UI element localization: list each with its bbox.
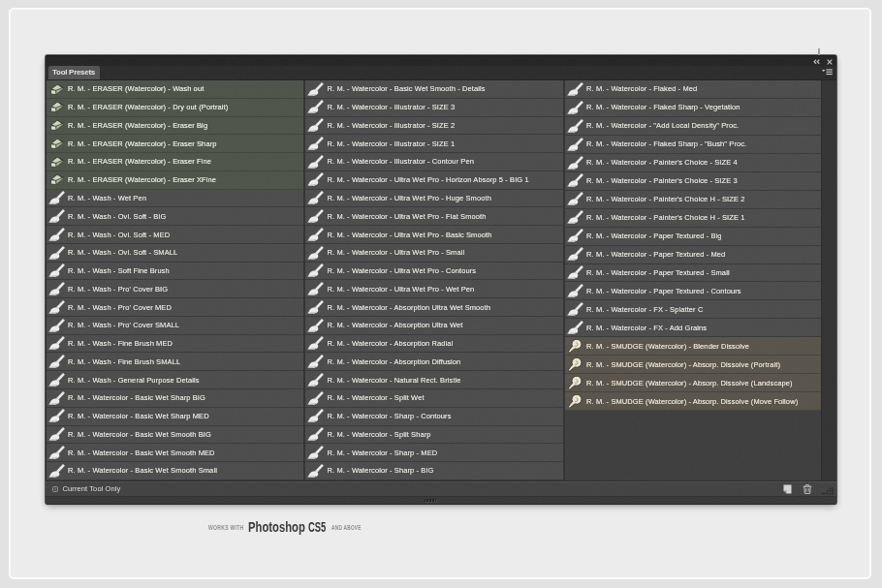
brush-icon xyxy=(307,191,324,205)
preset-row[interactable]: R. M. - Watercolor - Ultra Wet Pro - Hor… xyxy=(305,171,563,190)
preset-row[interactable]: R. M. - Watercolor - Absorption Diffusio… xyxy=(305,353,563,371)
preset-label: R. M. - Watercolor - "Add Local Density"… xyxy=(586,121,739,130)
scrollbar-gutter[interactable] xyxy=(822,80,836,480)
preset-row[interactable]: R. M. - Wash - Pro' Cover MED xyxy=(47,298,304,317)
brush-icon xyxy=(567,229,583,243)
preset-row[interactable]: R. M. - Watercolor - Paper Textured - Co… xyxy=(565,282,822,300)
preset-row[interactable]: R. M. - Wash - Wet Pen xyxy=(47,190,304,208)
preset-row[interactable]: R. M. - Watercolor - FX - Splatter C xyxy=(565,300,822,319)
preset-row[interactable]: R. M. - Wash - Soft Fine Brush xyxy=(47,263,304,281)
preset-row[interactable]: R. M. - Watercolor - Illustrator - SIZE … xyxy=(305,117,563,136)
preset-label: R. M. - Watercolor - Basic Wet Smooth BI… xyxy=(68,430,211,439)
preset-row[interactable]: R. M. - Watercolor - Painter's Choice H … xyxy=(565,209,822,228)
new-tool-preset-button[interactable] xyxy=(783,484,792,494)
preset-row[interactable]: R. M. - Watercolor - Absorption Ultra We… xyxy=(305,298,563,317)
preset-row[interactable]: R. M. - Watercolor - Absorption Radial xyxy=(305,335,563,354)
preset-row[interactable]: R. M. - ERASER (Watercolor) - Eraser Sha… xyxy=(47,135,304,153)
preset-row[interactable]: R. M. - Watercolor - Flaked Sharp - "Bus… xyxy=(565,136,822,154)
preset-row[interactable]: R. M. - Watercolor - Paper Textured - Sm… xyxy=(565,264,822,283)
preset-row[interactable]: R. M. - ERASER (Watercolor) - Wash out xyxy=(47,80,304,99)
preset-row[interactable]: R. M. - Watercolor - Basic Wet Smooth BI… xyxy=(47,426,304,445)
panel-status-bar: Current Tool Only xyxy=(46,480,836,496)
preset-row[interactable]: R. M. - Wash - Ovl. Soft - SMALL xyxy=(47,244,304,263)
preset-row[interactable]: R. M. - ERASER (Watercolor) - Eraser XFi… xyxy=(47,171,304,190)
preset-row[interactable]: R. M. - SMUDGE (Watercolor) - Blender Di… xyxy=(565,337,822,356)
brush-icon xyxy=(48,336,65,351)
preset-label: R. M. - Watercolor - Painter's Choice H … xyxy=(586,195,745,203)
preset-row[interactable]: R. M. - Watercolor - Sharp - Contours xyxy=(305,408,563,426)
brush-icon-wrap xyxy=(48,355,65,369)
collapse-panel-button[interactable] xyxy=(813,59,820,65)
preset-row[interactable]: R. M. - Watercolor - Illustrator - Conto… xyxy=(305,153,563,171)
preset-row[interactable]: R. M. - Watercolor - Natural Rect. Brist… xyxy=(305,371,563,389)
preset-row[interactable]: R. M. - Wash - Ovl. Soft - MED xyxy=(47,226,304,244)
preset-row[interactable]: R. M. - Watercolor - Basic Wet Sharp BIG xyxy=(47,389,304,408)
preset-row[interactable]: R. M. - ERASER (Watercolor) - Eraser Fin… xyxy=(47,153,304,171)
preset-row[interactable]: R. M. - Watercolor - Ultra Wet Pro - Con… xyxy=(305,263,563,281)
preset-label: R. M. - Watercolor - Illustrator - SIZE … xyxy=(328,121,456,130)
preset-row[interactable]: R. M. - Watercolor - Ultra Wet Pro - Bas… xyxy=(305,226,563,244)
preset-row[interactable]: R. M. - Watercolor - Split Wet xyxy=(305,389,563,408)
brush-icon xyxy=(567,247,583,262)
eraser-icon xyxy=(48,137,65,151)
panel-menu-icon xyxy=(822,69,833,76)
preset-row[interactable]: R. M. - Watercolor - Painter's Choice - … xyxy=(565,154,822,172)
brush-icon-wrap xyxy=(48,409,65,423)
preset-label: R. M. - Watercolor - Illustrator - Conto… xyxy=(328,157,474,166)
smudge-icon-wrap xyxy=(567,357,583,372)
preset-row[interactable]: R. M. - Watercolor - "Add Local Density"… xyxy=(565,117,822,136)
preset-label: R. M. - Wash - Fine Brush SMALL xyxy=(68,357,180,366)
preset-row[interactable]: R. M. - Watercolor - Split Sharp xyxy=(305,426,563,445)
preset-row[interactable]: R. M. - Wash - General Purpose Details xyxy=(47,371,304,389)
brush-icon-wrap xyxy=(307,209,324,224)
preset-row[interactable]: R. M. - Watercolor - Sharp - BIG xyxy=(305,462,563,480)
close-panel-button[interactable] xyxy=(827,59,833,65)
preset-row[interactable]: R. M. - Watercolor - Flaked - Med xyxy=(565,80,822,99)
preset-row[interactable]: R. M. - Watercolor - Painter's Choice H … xyxy=(565,191,822,209)
delete-preset-button[interactable] xyxy=(803,484,812,494)
preset-row[interactable]: R. M. - Watercolor - Painter's Choice - … xyxy=(565,172,822,191)
preset-row[interactable]: R. M. - SMUDGE (Watercolor) - Absorp. Di… xyxy=(565,392,822,411)
preset-row[interactable]: R. M. - SMUDGE (Watercolor) - Absorp. Di… xyxy=(565,356,822,374)
smudge-icon xyxy=(567,339,583,354)
preset-row[interactable]: R. M. - Watercolor - Basic Wet Smooth ME… xyxy=(47,444,304,462)
preset-label: R. M. - Watercolor - Painter's Choice H … xyxy=(586,213,745,222)
current-tool-only-checkbox[interactable] xyxy=(52,486,58,492)
preset-row[interactable]: R. M. - Watercolor - Absorption Ultra We… xyxy=(305,317,563,335)
panel-resize-grip[interactable] xyxy=(822,487,835,496)
preset-label: R. M. - Watercolor - Ultra Wet Pro - Sma… xyxy=(328,248,465,257)
preset-row[interactable]: R. M. - ERASER (Watercolor) - Eraser Big xyxy=(47,117,304,136)
preset-row[interactable]: R. M. - Wash - Pro' Cover SMALL xyxy=(47,317,304,335)
preset-row[interactable]: R. M. - Watercolor - Illustrator - SIZE … xyxy=(305,99,563,117)
brush-icon xyxy=(48,319,65,333)
preset-row[interactable]: R. M. - Watercolor - Ultra Wet Pro - Sma… xyxy=(305,244,563,263)
preset-row[interactable]: R. M. - Watercolor - Paper Textured - Me… xyxy=(565,246,822,264)
tool-presets-panel: Tool Presets R. M. - ERASER (Watercolor)… xyxy=(46,55,836,504)
smudge-icon-wrap xyxy=(567,394,583,409)
preset-label: R. M. - ERASER (Watercolor) - Eraser Fin… xyxy=(68,157,211,166)
brush-icon xyxy=(307,464,324,479)
preset-row[interactable]: R. M. - Watercolor - Basic Wet Smooth Sm… xyxy=(47,462,304,480)
tab-tool-presets[interactable]: Tool Presets xyxy=(48,66,100,79)
preset-row[interactable]: R. M. - Watercolor - FX - Add Grains xyxy=(565,319,822,337)
preset-row[interactable]: R. M. - ERASER (Watercolor) - Dry out (P… xyxy=(47,99,304,117)
preset-label: R. M. - Watercolor - Paper Textured - Sm… xyxy=(586,268,730,277)
preset-row[interactable]: R. M. - Watercolor - Illustrator - SIZE … xyxy=(305,135,563,153)
preset-row[interactable]: R. M. - Watercolor - Basic Wet Smooth - … xyxy=(305,80,563,99)
brush-icon-wrap xyxy=(307,172,324,187)
preset-row[interactable]: R. M. - Watercolor - Sharp - MED xyxy=(305,444,563,462)
preset-row[interactable]: R. M. - Watercolor - Paper Textured - Bi… xyxy=(565,228,822,246)
preset-row[interactable]: R. M. - Wash - Ovl. Soft - BIG xyxy=(47,207,304,226)
panel-menu-button[interactable] xyxy=(822,69,833,76)
preset-row[interactable]: R. M. - SMUDGE (Watercolor) - Absorp. Di… xyxy=(565,374,822,392)
preset-row[interactable]: R. M. - Wash - Fine Brush MED xyxy=(47,335,304,354)
preset-row[interactable]: R. M. - Watercolor - Ultra Wet Pro - Hug… xyxy=(305,190,563,208)
preset-row[interactable]: R. M. - Watercolor - Flaked Sharp - Vege… xyxy=(565,99,822,117)
preset-row[interactable]: R. M. - Watercolor - Basic Wet Sharp MED xyxy=(47,408,304,426)
preset-row[interactable]: R. M. - Wash - Fine Brush SMALL xyxy=(47,353,304,371)
preset-row[interactable]: R. M. - Watercolor - Ultra Wet Pro - Fla… xyxy=(305,207,563,226)
brush-icon xyxy=(48,409,65,423)
preset-row[interactable]: R. M. - Watercolor - Ultra Wet Pro - Wet… xyxy=(305,280,563,298)
preset-row[interactable]: R. M. - Wash - Pro' Cover BIG xyxy=(47,280,304,298)
panel-drag-handle[interactable] xyxy=(425,499,437,502)
